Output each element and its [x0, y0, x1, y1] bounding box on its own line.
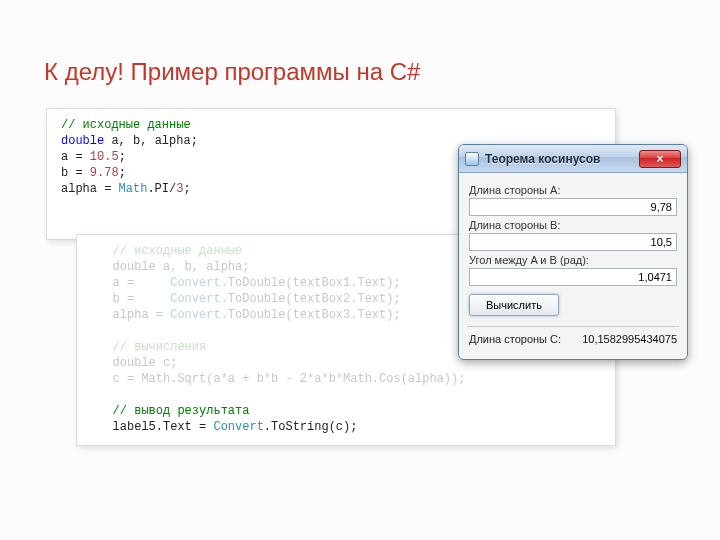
separator — [467, 326, 679, 327]
code-text: ; — [119, 150, 126, 164]
code-text: a = — [113, 276, 171, 290]
code-comment: // вычисления — [113, 340, 207, 354]
code-number: 10.5 — [90, 150, 119, 164]
code-text: label5.Text = — [113, 420, 214, 434]
label-side-b: Длина стороны B: — [469, 216, 677, 233]
input-side-b[interactable] — [469, 233, 677, 251]
window-titlebar[interactable]: Теорема косинусов × — [459, 145, 687, 173]
code-text: .ToString(c); — [264, 420, 358, 434]
code-text: alpha = — [61, 182, 119, 196]
code-number: 9.78 — [90, 166, 119, 180]
code-pad — [91, 372, 113, 386]
code-text: ; — [119, 166, 126, 180]
code-class: Convert — [170, 292, 220, 306]
code-pad — [91, 244, 113, 258]
code-text: a, b, alpha; — [104, 134, 198, 148]
label-side-a: Длина стороны A: — [469, 181, 677, 198]
code-pad — [91, 292, 113, 306]
code-text: double a, b, alpha; — [113, 260, 250, 274]
code-text: ; — [183, 182, 190, 196]
code-keyword: double — [61, 134, 104, 148]
close-icon: × — [656, 152, 663, 166]
code-pad — [91, 340, 113, 354]
code-text: .ToDouble(textBox1.Text); — [221, 276, 401, 290]
result-row: Длина стороны C: 10,1582995434075 — [469, 333, 677, 345]
code-text: a = — [61, 150, 90, 164]
code-pad — [91, 260, 113, 274]
code-text: .ToDouble(textBox3.Text); — [221, 308, 401, 322]
code-class: Math — [119, 182, 148, 196]
code-text: c = Math.Sqrt(a*a + b*b - 2*a*b*Math.Cos… — [113, 372, 466, 386]
compute-button[interactable]: Вычислить — [469, 294, 559, 316]
code-pad — [91, 404, 113, 418]
code-text: alpha = — [113, 308, 171, 322]
code-pad — [91, 308, 113, 322]
code-pad — [91, 276, 113, 290]
code-text: b = — [113, 292, 171, 306]
code-comment: // исходные данные — [61, 118, 191, 132]
window-title: Теорема косинусов — [485, 152, 639, 166]
label-side-c: Длина стороны C: — [469, 333, 561, 345]
code-text: .PI/ — [147, 182, 176, 196]
app-icon — [465, 152, 479, 166]
code-class: Convert — [213, 420, 263, 434]
input-angle[interactable] — [469, 268, 677, 286]
slide-title: К делу! Пример программы на C# — [44, 58, 420, 86]
label-angle: Угол между A и B (рад): — [469, 251, 677, 268]
value-side-c: 10,1582995434075 — [567, 333, 677, 345]
code-text: double c; — [113, 356, 178, 370]
code-pad — [91, 356, 113, 370]
code-text: b = — [61, 166, 90, 180]
app-window: Теорема косинусов × Длина стороны A: Дли… — [458, 144, 688, 360]
code-comment: // вывод результата — [113, 404, 250, 418]
code-text: .ToDouble(textBox2.Text); — [221, 292, 401, 306]
window-body: Длина стороны A: Длина стороны B: Угол м… — [459, 173, 687, 359]
close-button[interactable]: × — [639, 150, 681, 168]
code-pad — [91, 420, 113, 434]
code-comment: // исходные данные — [113, 244, 243, 258]
input-side-a[interactable] — [469, 198, 677, 216]
code-class: Convert — [170, 276, 220, 290]
code-class: Convert — [170, 308, 220, 322]
